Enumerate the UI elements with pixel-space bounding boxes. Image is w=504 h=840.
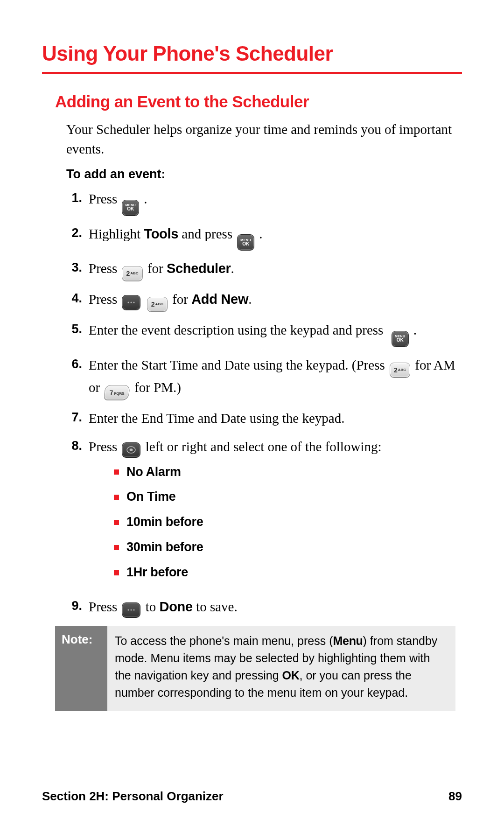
step-4: 4. Press 2ABC for Add New. bbox=[66, 289, 455, 312]
list-item: On Time bbox=[114, 488, 455, 506]
right-softkey-icon bbox=[122, 295, 140, 310]
step-number: 5. bbox=[66, 320, 89, 347]
alarm-option-list: No Alarm On Time 10min before 30min befo… bbox=[114, 463, 455, 582]
svg-point-7 bbox=[133, 609, 135, 611]
intro-paragraph: Your Scheduler helps organize your time … bbox=[66, 119, 455, 159]
step-number: 2. bbox=[66, 224, 89, 251]
title-rule bbox=[42, 72, 462, 74]
two-abc-key-icon: 2ABC bbox=[390, 363, 410, 378]
list-item: No Alarm bbox=[114, 463, 455, 482]
step-number: 8. bbox=[66, 437, 89, 589]
note-box: Note: To access the phone's main menu, p… bbox=[55, 626, 455, 711]
step-list: 1. Press MENUOK . 2. Highlight Tools and… bbox=[66, 189, 455, 617]
two-abc-key-icon: 2ABC bbox=[122, 266, 142, 281]
left-softkey-icon bbox=[122, 602, 140, 617]
navigation-key-icon bbox=[122, 442, 140, 457]
step-7: 7. Enter the End Time and Date using the… bbox=[66, 408, 455, 428]
page-title: Using Your Phone's Scheduler bbox=[42, 42, 462, 65]
content: Adding an Event to the Scheduler Your Sc… bbox=[42, 92, 462, 711]
list-item: 30min before bbox=[114, 538, 455, 557]
step-6: 6. Enter the Start Time and Date using t… bbox=[66, 355, 455, 400]
menu-ok-key-icon: MENUOK bbox=[122, 200, 139, 216]
step-number: 7. bbox=[66, 408, 89, 428]
step-5: 5. Enter the event description using the… bbox=[66, 320, 455, 347]
step-8: 8. Press left or right and select one of… bbox=[66, 437, 455, 589]
step-number: 6. bbox=[66, 355, 89, 400]
menu-ok-key-icon: MENUOK bbox=[237, 234, 254, 250]
svg-point-2 bbox=[133, 302, 135, 303]
svg-point-5 bbox=[128, 609, 129, 611]
footer-page-number: 89 bbox=[448, 789, 462, 804]
step-3: 3. Press 2ABC for Scheduler. bbox=[66, 259, 455, 281]
step-number: 1. bbox=[66, 189, 89, 216]
step-2: 2. Highlight Tools and press MENUOK . bbox=[66, 224, 455, 251]
seven-pqrs-key-icon: 7PQRS bbox=[104, 385, 131, 400]
svg-point-6 bbox=[131, 609, 132, 611]
svg-point-0 bbox=[128, 302, 129, 303]
footer-section: Section 2H: Personal Organizer bbox=[42, 789, 224, 804]
menu-ok-key-icon: MENUOK bbox=[392, 331, 409, 347]
procedure-lead: To add an event: bbox=[66, 167, 455, 182]
section-heading: Adding an Event to the Scheduler bbox=[55, 92, 455, 111]
two-abc-key-icon: 2ABC bbox=[147, 297, 168, 312]
manual-page: Using Your Phone's Scheduler Adding an E… bbox=[0, 0, 504, 840]
step-1: 1. Press MENUOK . bbox=[66, 189, 455, 216]
svg-point-1 bbox=[131, 302, 132, 303]
step-9: 9. Press to Done to save. bbox=[66, 597, 455, 617]
step-number: 4. bbox=[66, 289, 89, 312]
list-item: 10min before bbox=[114, 513, 455, 532]
page-footer: Section 2H: Personal Organizer 89 bbox=[42, 789, 462, 804]
step-number: 3. bbox=[66, 259, 89, 281]
step-number: 9. bbox=[66, 597, 89, 617]
list-item: 1Hr before bbox=[114, 563, 455, 582]
note-label: Note: bbox=[55, 626, 107, 711]
note-text: To access the phone's main menu, press (… bbox=[107, 626, 455, 711]
svg-point-4 bbox=[130, 448, 133, 451]
